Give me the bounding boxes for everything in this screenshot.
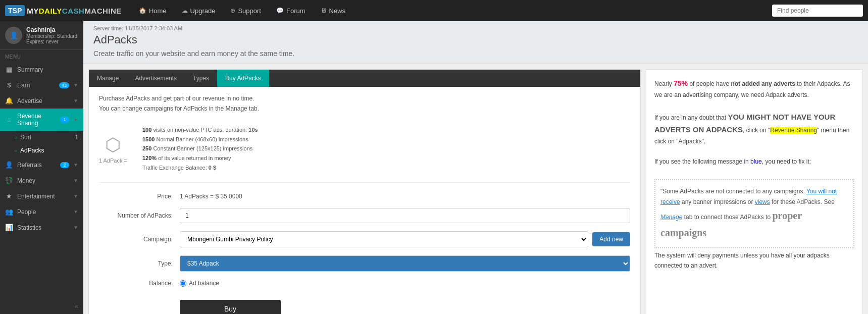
right-panel-para3: If you see the following message in blue… (654, 156, 854, 167)
number-row: Number of AdPacks: (99, 208, 630, 223)
will-not-receive: You will not receive (660, 188, 837, 205)
type-label: Type: (99, 260, 180, 267)
advertise-arrow: ▼ (73, 98, 78, 103)
inner-content: Manage Advertisements Types Buy AdPacks … (83, 64, 868, 314)
right-panel-para4: The system will deny payments unless you… (654, 250, 854, 271)
nav-upgrade[interactable]: ☁ Upgrade (175, 4, 223, 18)
sidebar-item-earn[interactable]: $ Earn 43 ▼ (0, 77, 83, 93)
type-select[interactable]: $35 Adpack (180, 255, 630, 272)
sidebar-sub-surf[interactable]: ○ Surf 1 (0, 131, 83, 144)
tab-types[interactable]: Types (185, 70, 217, 87)
server-time: Server time: 11/15/2017 2:34:03 AM (93, 25, 858, 31)
expires-label: Expires: never (26, 39, 77, 44)
surf-badge: 1 (75, 134, 78, 141)
membership-label: Membership: Standard (26, 33, 77, 39)
campaign-label: Campaign: (99, 236, 180, 243)
user-info: Cashninja Membership: Standard Expires: … (26, 26, 77, 44)
nav-forum[interactable]: 💬 Forum (269, 4, 313, 18)
buy-button[interactable]: Buy (180, 300, 281, 314)
content-area: Server time: 11/15/2017 2:34:03 AM AdPac… (83, 21, 868, 314)
cloud-icon: ☁ (182, 7, 188, 14)
nav-support[interactable]: ⊕ Support (223, 4, 268, 18)
sidebar-collapse-button[interactable]: « (0, 298, 83, 314)
balance-label: Balance: (99, 280, 180, 287)
campaign-select[interactable]: Mbongeni Gumbi Privacy Policy (180, 231, 588, 247)
views-link: views (755, 198, 770, 205)
nav-links: 🏠 Home ☁ Upgrade ⊕ Support 💬 Forum 🖥 New… (132, 4, 772, 18)
nav-news[interactable]: 🖥 News (314, 4, 353, 18)
balance-radio[interactable] (180, 280, 186, 287)
referrals-icon: 👤 (5, 161, 13, 169)
people-icon: 👥 (5, 208, 13, 216)
stat-visits: 100 visits on non-value PTC ads, duratio… (142, 125, 258, 135)
grid-icon: ▦ (5, 66, 13, 73)
page-title: AdPacks (93, 33, 858, 46)
sidebar-item-statistics[interactable]: 📊 Statistics ▼ (0, 220, 83, 235)
right-panel-para2: If you are in any doubt that YOU MIGHT N… (654, 111, 854, 146)
top-nav: TSP MYDAILYCASHMACHINE 🏠 Home ☁ Upgrade … (0, 0, 868, 21)
sidebar-item-money[interactable]: 💱 Money ▼ (0, 173, 83, 188)
number-input[interactable] (180, 208, 630, 223)
money-arrow: ▼ (73, 178, 78, 183)
adpack-equals-label: 1 AdPack = (99, 158, 127, 164)
revenue-arrow: ▼ (73, 117, 78, 123)
stat-banner2: 250 Constant Banner (125x125) impression… (142, 144, 258, 153)
info-text-1: Purchase AdPacks and get part of our rev… (99, 95, 630, 102)
right-panel: Nearly 75% of people have not added any … (646, 69, 863, 314)
panel-body: Purchase AdPacks and get part of our rev… (89, 87, 640, 314)
tab-buy-adpacks[interactable]: Buy AdPacks (217, 70, 269, 87)
tab-manage[interactable]: Manage (89, 70, 127, 87)
dollar-icon: $ (5, 81, 13, 89)
logo[interactable]: TSP MYDAILYCASHMACHINE (5, 5, 122, 16)
stat-traffic: Traffic Exchange Balance: 0 $ (142, 163, 258, 173)
sidebar-item-revenue-sharing[interactable]: ≡ Revenue Sharing 1 ▼ (0, 109, 83, 131)
add-new-button[interactable]: Add new (592, 232, 630, 246)
earn-badge: 43 (59, 82, 69, 88)
username: Cashninja (26, 26, 77, 33)
referrals-arrow: ▼ (73, 162, 78, 168)
balance-radio-label[interactable]: Ad balance (180, 280, 219, 287)
forum-icon: 💬 (276, 7, 284, 14)
search-input[interactable] (772, 5, 863, 17)
price-label: Price: (99, 193, 180, 200)
sidebar-item-entertainment[interactable]: ★ Entertainment ▼ (0, 188, 83, 204)
bars-icon: ≡ (5, 116, 13, 124)
support-icon: ⊕ (230, 7, 235, 14)
statistics-arrow: ▼ (73, 225, 78, 230)
sidebar-sub-adpacks[interactable]: ○ AdPacks (0, 144, 83, 157)
type-row: Type: $35 Adpack (99, 255, 630, 272)
campaign-row: Campaign: Mbongeni Gumbi Privacy Policy … (99, 231, 630, 247)
page-header: Server time: 11/15/2017 2:34:03 AM AdPac… (83, 21, 868, 64)
sidebar-item-referrals[interactable]: 👤 Referrals 2 ▼ (0, 157, 83, 173)
tab-advertisements[interactable]: Advertisements (127, 70, 185, 87)
right-panel-para1: Nearly 75% of people have not added any … (654, 78, 854, 100)
earn-arrow: ▼ (73, 82, 78, 88)
tabs-bar: Manage Advertisements Types Buy AdPacks (89, 70, 640, 87)
nav-home[interactable]: 🏠 Home (132, 4, 174, 18)
main-wrapper: 👤 Cashninja Membership: Standard Expires… (0, 21, 868, 314)
adpack-stats: 100 visits on non-value PTC ads, duratio… (142, 125, 258, 172)
campaign-input-group: Mbongeni Gumbi Privacy Policy Add new (180, 231, 630, 247)
sidebar-item-summary[interactable]: ▦ Summary (0, 62, 83, 77)
avatar: 👤 (5, 27, 22, 44)
money-icon: 💱 (5, 177, 13, 184)
dot-icon-surf: ○ (14, 135, 17, 140)
percent-75: 75% (674, 79, 688, 87)
adpack-icon-area: ⬡ 1 AdPack = (99, 134, 127, 164)
not-added-bold: not added any adverts (731, 80, 795, 87)
bell-icon: 🔔 (5, 97, 13, 104)
adpack-details: ⬡ 1 AdPack = 100 visits on non-value PTC… (99, 115, 630, 183)
sidebar-item-advertise[interactable]: 🔔 Advertise ▼ (0, 93, 83, 109)
sidebar-item-people[interactable]: 👥 People ▼ (0, 204, 83, 220)
price-value: 1 AdPacks = $ 35.0000 (180, 193, 242, 200)
stat-return: 120% of its value returned in money (142, 153, 258, 163)
balance-row: Balance: Ad balance (99, 280, 630, 287)
star-icon: ★ (5, 192, 13, 200)
stat-banner1: 1500 Normal Banner (468x60) impressions (142, 135, 258, 144)
dotted-quote-box: "Some AdPacks are not connected to any c… (654, 179, 854, 248)
news-icon: 🖥 (321, 7, 327, 14)
blue-word: blue (750, 158, 762, 165)
quote-text: "Some AdPacks are not connected to any c… (660, 186, 848, 241)
logo-text: MYDAILYCASHMACHINE (27, 7, 122, 15)
number-label: Number of AdPacks: (99, 212, 180, 219)
